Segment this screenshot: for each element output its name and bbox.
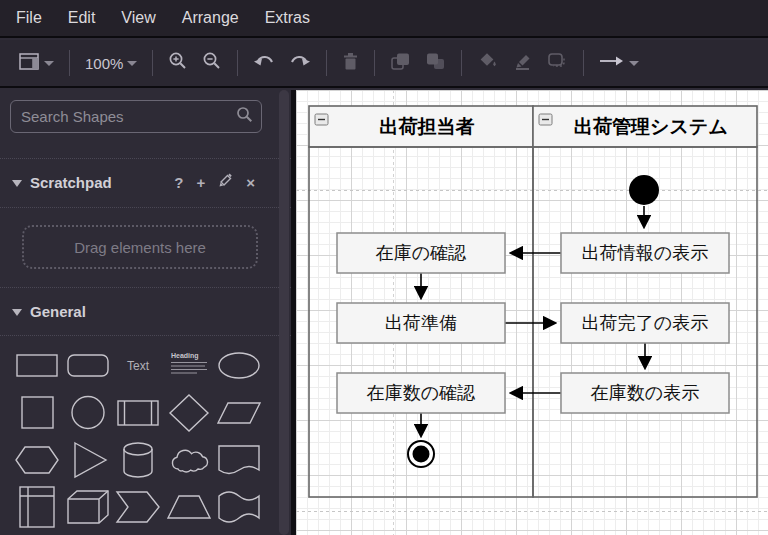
- to-back-button[interactable]: [418, 46, 453, 80]
- lane-title-worker: 出荷担当者: [380, 116, 475, 137]
- view-panels-button[interactable]: [12, 46, 61, 80]
- add-icon[interactable]: +: [196, 174, 205, 191]
- activity-node-zaiko-kakunin[interactable]: 在庫の確認: [337, 233, 505, 273]
- shape-cylinder[interactable]: [113, 436, 164, 483]
- zoom-in-icon: [168, 51, 188, 75]
- fill-color-icon: [477, 52, 498, 75]
- chevron-down-icon: [44, 61, 54, 66]
- shape-search-box: [10, 100, 262, 133]
- zoom-level-value: 100%: [85, 55, 123, 72]
- search-input[interactable]: [21, 108, 236, 125]
- sidebar-divider: [0, 207, 291, 208]
- zoom-out-button[interactable]: [195, 46, 229, 80]
- shape-diamond[interactable]: [164, 389, 215, 436]
- shape-step[interactable]: [113, 483, 164, 530]
- start-node[interactable]: [629, 175, 659, 205]
- shadow-button[interactable]: [540, 46, 575, 80]
- activity-node-shukka-joho-hyoji[interactable]: 出荷情報の表示: [561, 233, 729, 273]
- sidebar-divider: [0, 335, 291, 336]
- zoom-level-button[interactable]: 100%: [78, 46, 144, 80]
- toolbar: 100%: [0, 40, 768, 88]
- menu-edit[interactable]: Edit: [68, 9, 96, 27]
- redo-icon: [289, 53, 311, 73]
- undo-icon: [253, 53, 275, 73]
- chevron-down-icon: [127, 61, 137, 66]
- trash-icon: [342, 52, 359, 75]
- connection-arrow-icon: [599, 54, 625, 72]
- help-icon[interactable]: ?: [174, 174, 183, 191]
- undo-button[interactable]: [246, 46, 282, 80]
- scratchpad-dropzone[interactable]: Drag elements here: [22, 225, 258, 269]
- general-section-header[interactable]: General: [0, 287, 291, 335]
- menu-file[interactable]: File: [16, 9, 42, 27]
- view-panels-icon: [19, 53, 40, 74]
- shape-circle[interactable]: [63, 389, 114, 436]
- shape-text[interactable]: Text: [113, 342, 164, 389]
- svg-text:Text: Text: [127, 359, 150, 373]
- to-front-button[interactable]: [383, 46, 418, 80]
- scratchpad-section-header[interactable]: Scratchpad ? + ×: [0, 158, 291, 206]
- toolbar-separator: [461, 50, 462, 76]
- menu-arrange[interactable]: Arrange: [182, 9, 239, 27]
- drawio-app: File Edit View Arrange Extras 100%: [0, 0, 768, 535]
- connection-arrow-button[interactable]: [592, 46, 646, 80]
- general-shape-palette: Text Heading: [12, 342, 274, 530]
- toolbar-separator: [374, 50, 375, 76]
- search-icon: [236, 106, 253, 127]
- lane-collapse-button[interactable]: [539, 114, 552, 125]
- zoom-out-icon: [202, 51, 222, 75]
- swimlane-pool[interactable]: 出荷担当者 出荷管理システム: [309, 106, 757, 497]
- diagram-canvas[interactable]: 出荷担当者 出荷管理システム 在庫の確認 出: [296, 90, 768, 535]
- activity-node-zaikosu-hyoji[interactable]: 在庫数の表示: [561, 373, 729, 413]
- shape-rectangle[interactable]: [12, 342, 63, 389]
- shape-trapezoid[interactable]: [164, 483, 215, 530]
- svg-text:出荷完了の表示: 出荷完了の表示: [582, 313, 708, 333]
- line-color-button[interactable]: [505, 46, 540, 80]
- scratchpad-actions: ? + ×: [174, 173, 255, 192]
- toolbar-separator: [583, 50, 584, 76]
- collapse-triangle-icon: [12, 302, 22, 320]
- shape-parallelogram[interactable]: [214, 389, 265, 436]
- edit-icon[interactable]: [218, 173, 233, 192]
- shape-tape[interactable]: [214, 483, 265, 530]
- activity-node-shukka-kanryo-hyoji[interactable]: 出荷完了の表示: [561, 303, 729, 343]
- end-node[interactable]: [408, 441, 434, 467]
- menu-extras[interactable]: Extras: [265, 9, 310, 27]
- svg-text:出荷準備: 出荷準備: [385, 313, 457, 333]
- activity-diagram: 出荷担当者 出荷管理システム 在庫の確認 出: [296, 90, 768, 535]
- fill-color-button[interactable]: [470, 46, 505, 80]
- dropzone-hint: Drag elements here: [74, 239, 206, 256]
- to-front-icon: [390, 52, 411, 75]
- shape-rounded-rectangle[interactable]: [63, 342, 114, 389]
- shape-cloud[interactable]: [164, 436, 215, 483]
- svg-text:出荷情報の表示: 出荷情報の表示: [582, 243, 708, 263]
- close-icon[interactable]: ×: [246, 174, 255, 191]
- shape-ellipse[interactable]: [214, 342, 265, 389]
- scratchpad-title: Scratchpad: [30, 174, 112, 191]
- shapes-sidebar: Scratchpad ? + × Drag elements here: [0, 90, 296, 535]
- shape-process[interactable]: [113, 389, 164, 436]
- lane-title-system: 出荷管理システム: [574, 116, 728, 137]
- shape-textbox[interactable]: Heading: [164, 342, 215, 389]
- svg-text:在庫数の確認: 在庫数の確認: [367, 383, 475, 403]
- redo-button[interactable]: [282, 46, 318, 80]
- delete-button[interactable]: [335, 46, 366, 80]
- activity-node-zaikosu-kakunin[interactable]: 在庫数の確認: [337, 373, 505, 413]
- shape-cube[interactable]: [63, 483, 114, 530]
- lane-collapse-button[interactable]: [315, 114, 328, 125]
- toolbar-separator: [326, 50, 327, 76]
- sidebar-scrollbar[interactable]: [279, 90, 289, 535]
- shape-square[interactable]: [12, 389, 63, 436]
- general-title: General: [30, 303, 86, 320]
- menubar: File Edit View Arrange Extras: [0, 0, 768, 38]
- toolbar-separator: [237, 50, 238, 76]
- svg-text:在庫の確認: 在庫の確認: [376, 243, 466, 263]
- menu-view[interactable]: View: [121, 9, 155, 27]
- shape-internal-storage[interactable]: [12, 483, 63, 530]
- shadow-icon: [547, 52, 568, 75]
- shape-document[interactable]: [214, 436, 265, 483]
- shape-hexagon[interactable]: [12, 436, 63, 483]
- shape-triangle[interactable]: [63, 436, 114, 483]
- activity-node-shukka-junbi[interactable]: 出荷準備: [337, 303, 505, 343]
- zoom-in-button[interactable]: [161, 46, 195, 80]
